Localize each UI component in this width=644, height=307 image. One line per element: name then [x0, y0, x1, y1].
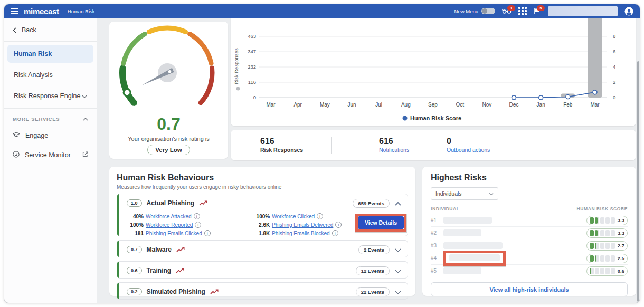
svg-text:0: 0 [253, 94, 256, 100]
behaviour-score-badge: 1.0 [127, 199, 142, 207]
avatar-icon[interactable] [624, 7, 633, 16]
risk-rating-badge[interactable]: Very Low [147, 145, 190, 155]
info-icon[interactable]: i [194, 213, 200, 219]
svg-text:232: 232 [248, 64, 256, 70]
phishing-emails-blocked-link[interactable]: Phishing Emails Blocked [272, 231, 330, 236]
outbound-actions-link[interactable]: Outbound actions [447, 147, 636, 154]
chevron-left-icon [13, 27, 16, 33]
summary-stats-card: 616 Risk Responses 616 Notifications 0 O… [231, 130, 636, 160]
behaviour-row-actual-phishing: 1.0 Actual Phishing 659 Events 40%Workfo… [117, 194, 408, 236]
redacted-name [443, 229, 481, 236]
info-icon[interactable]: i [332, 230, 338, 236]
svg-text:Aug: Aug [401, 102, 411, 108]
sidebar-item-service-monitor[interactable]: Service Monitor [4, 145, 97, 165]
more-services-section[interactable]: MORE SERVICES [4, 109, 97, 126]
svg-text:Nov: Nov [482, 102, 491, 108]
column-header-individual: INDIVIDUAL [431, 206, 460, 212]
svg-text:Jul: Jul [375, 102, 382, 108]
workforce-reported-link[interactable]: Workforce Reported [146, 222, 193, 228]
service-monitor-icon [13, 151, 20, 159]
assist-badge: 1 [507, 5, 515, 11]
redacted-name [449, 254, 500, 261]
risk-gauge [109, 22, 228, 114]
scrollbar[interactable] [637, 61, 639, 302]
svg-text:Apr: Apr [293, 102, 302, 108]
svg-text:Risk Responses: Risk Responses [233, 48, 239, 84]
mimecast-logo: mimecast [24, 7, 59, 16]
risk-score-pill: 2.5 [586, 254, 628, 263]
info-icon[interactable]: i [335, 222, 342, 228]
behaviours-title: Human Risk Behaviours [117, 173, 408, 183]
human-risk-behaviours-card: Human Risk Behaviours Measures how frequ… [109, 167, 415, 296]
events-count-badge: 659 Events [353, 199, 390, 208]
svg-text:Oct: Oct [456, 102, 464, 108]
svg-text:2: 2 [613, 79, 615, 85]
notifications-link[interactable]: Notifications [379, 147, 447, 154]
expand-chevron-down-icon[interactable] [395, 266, 401, 275]
info-icon[interactable]: i [317, 213, 323, 219]
risk-row-3[interactable]: #3 2.7 [431, 239, 628, 252]
stat-outbound-actions: 0 Outbound actions [447, 136, 636, 154]
trend-up-icon [176, 266, 184, 275]
sidebar-item-risk-analysis[interactable]: Risk Analysis [7, 66, 93, 84]
svg-text:347: 347 [248, 49, 256, 54]
behaviour-row-malware: 0.7 Malware 2 Events [117, 240, 408, 257]
annotation-highlight-view-details: View Details [355, 214, 406, 232]
search-input[interactable] [548, 6, 618, 16]
external-link-icon [82, 151, 88, 159]
svg-text:6: 6 [613, 49, 615, 54]
svg-text:8: 8 [613, 33, 615, 39]
assist-glasses-icon[interactable]: 1 [502, 8, 512, 14]
sidebar-item-engage[interactable]: Engage [4, 126, 97, 145]
graduation-cap-icon [13, 132, 20, 139]
phishing-emails-clicked-link[interactable]: Phishing Emails Clicked [146, 231, 202, 236]
risk-row-2[interactable]: #2 3.3 [431, 226, 628, 239]
redacted-name [443, 217, 492, 224]
svg-text:Mar: Mar [590, 102, 600, 108]
highest-risks-card: Highest Risks Individuals INDIVIDUAL HUM… [422, 167, 636, 296]
phishing-emails-delivered-link[interactable]: Phishing Emails Delivered [272, 222, 333, 228]
risk-score-pill: 3.3 [586, 216, 628, 225]
sidebar: Back Human Risk Risk Analysis Risk Respo… [4, 18, 97, 303]
risk-type-dropdown[interactable]: Individuals [431, 187, 498, 200]
risk-row-5[interactable]: #5 0.6 [431, 264, 628, 277]
expand-chevron-down-icon[interactable] [395, 245, 401, 254]
risk-score-pill: 0.6 [586, 266, 628, 276]
toggle-switch-icon[interactable] [481, 8, 495, 14]
hamburger-menu-icon[interactable] [11, 8, 18, 14]
screenshot: mimecast Human Risk New Menu 1 5 [0, 0, 644, 307]
stat-notifications: 616 Notifications [332, 136, 447, 154]
top-bar: mimecast Human Risk New Menu 1 5 [4, 4, 640, 18]
back-button[interactable]: Back [4, 18, 97, 41]
app-window: mimecast Human Risk New Menu 1 5 [4, 4, 640, 303]
behaviour-row-simulated-phishing: 0.2 Simulated Phishing 22 Events [117, 282, 408, 300]
svg-text:116: 116 [248, 79, 256, 85]
info-icon[interactable]: i [195, 222, 201, 228]
svg-text:Feb: Feb [563, 102, 573, 108]
sidebar-item-risk-response-engine[interactable]: Risk Response Engine [7, 87, 93, 105]
back-label: Back [22, 26, 36, 34]
workforce-attacked-link[interactable]: Workforce Attacked [146, 214, 192, 219]
expand-chevron-down-icon[interactable] [395, 287, 401, 296]
svg-text:463: 463 [248, 33, 256, 39]
view-all-high-risk-button[interactable]: View all high-risk individuals [431, 282, 628, 296]
stat-risk-responses: 616 Risk Responses [231, 136, 331, 154]
risk-row-1[interactable]: #1 3.3 [431, 214, 628, 226]
workforce-clicked-link[interactable]: Workforce Clicked [272, 214, 315, 219]
risk-score-pill: 3.3 [586, 228, 628, 238]
new-menu-toggle[interactable]: New Menu [454, 8, 495, 14]
alerts-flag-icon[interactable]: 5 [534, 8, 541, 15]
risk-chart[interactable]: 001162232434764638MarAprMayJunJulAugSepO… [231, 18, 636, 126]
svg-text:Sep: Sep [428, 102, 438, 108]
svg-text:May: May [320, 102, 330, 108]
svg-text:0: 0 [613, 94, 615, 100]
collapse-chevron-up-icon[interactable] [395, 198, 401, 208]
risk-row-4[interactable]: #4 2.5 [431, 252, 628, 264]
svg-text:Jun: Jun [347, 102, 356, 108]
apps-grid-icon[interactable] [518, 7, 527, 15]
behaviours-subtitle: Measures how frequently your users engag… [117, 184, 408, 190]
info-icon[interactable]: i [204, 230, 211, 236]
view-details-button[interactable]: View Details [358, 216, 404, 229]
svg-text:Jan: Jan [537, 102, 545, 108]
sidebar-item-human-risk[interactable]: Human Risk [7, 45, 93, 63]
